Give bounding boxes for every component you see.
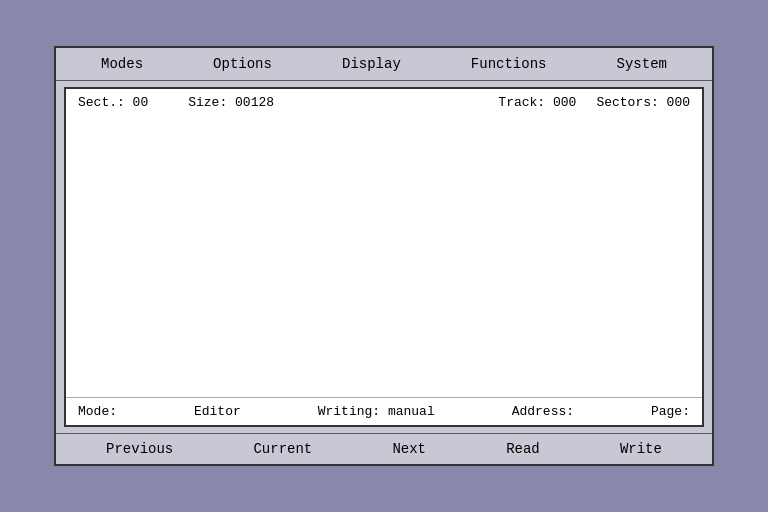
editor-area[interactable] [66,116,702,397]
nav-read[interactable]: Read [498,439,548,459]
menu-modes[interactable]: Modes [93,54,151,74]
main-window: Modes Options Display Functions System S… [54,46,714,466]
writing-label: Writing: manual [318,404,435,419]
nav-current[interactable]: Current [245,439,320,459]
nav-next[interactable]: Next [384,439,434,459]
size-info: Size: 00128 [188,95,274,110]
sectors-info: Sectors: 000 [596,95,690,110]
bottom-nav: Previous Current Next Read Write [56,433,712,464]
mode-value: Editor [194,404,241,419]
menu-functions[interactable]: Functions [463,54,555,74]
menu-bar: Modes Options Display Functions System [56,48,712,81]
sect-info: Sect.: 00 [78,95,148,110]
info-bar-top: Sect.: 00 Size: 00128 Track: 000 Sectors… [66,89,702,116]
nav-previous[interactable]: Previous [98,439,181,459]
address-label: Address: [512,404,574,419]
menu-system[interactable]: System [609,54,675,74]
info-top-left: Sect.: 00 Size: 00128 [78,95,274,110]
mode-label: Mode: [78,404,117,419]
nav-write[interactable]: Write [612,439,670,459]
menu-options[interactable]: Options [205,54,280,74]
main-content-area: Sect.: 00 Size: 00128 Track: 000 Sectors… [64,87,704,427]
status-bar-bottom: Mode: Editor Writing: manual Address: Pa… [66,397,702,425]
track-info: Track: 000 [498,95,576,110]
page-label: Page: [651,404,690,419]
info-top-right: Track: 000 Sectors: 000 [498,95,690,110]
menu-display[interactable]: Display [334,54,409,74]
